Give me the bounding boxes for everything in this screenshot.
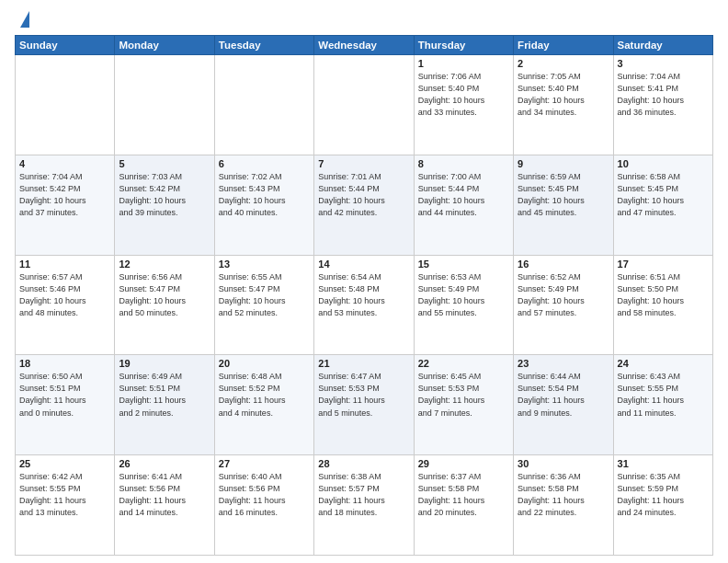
weekday-header-sunday: Sunday [16,36,115,55]
week-row-2: 4Sunrise: 7:04 AM Sunset: 5:42 PM Daylig… [16,155,713,255]
calendar-table: SundayMondayTuesdayWednesdayThursdayFrid… [15,35,713,556]
day-info: Sunrise: 6:45 AM Sunset: 5:53 PM Dayligh… [418,371,509,419]
calendar-cell: 10Sunrise: 6:58 AM Sunset: 5:45 PM Dayli… [613,155,712,255]
day-info: Sunrise: 6:35 AM Sunset: 5:59 PM Dayligh… [618,471,709,519]
day-number: 8 [418,158,509,169]
calendar-cell [214,55,313,155]
calendar-cell: 31Sunrise: 6:35 AM Sunset: 5:59 PM Dayli… [613,455,712,556]
day-number: 25 [19,458,110,469]
day-info: Sunrise: 6:42 AM Sunset: 5:55 PM Dayligh… [19,471,110,519]
calendar-cell: 19Sunrise: 6:49 AM Sunset: 5:51 PM Dayli… [115,355,214,455]
day-info: Sunrise: 6:41 AM Sunset: 5:56 PM Dayligh… [119,471,210,519]
weekday-header-saturday: Saturday [613,36,712,55]
calendar-cell: 2Sunrise: 7:05 AM Sunset: 5:40 PM Daylig… [514,55,613,155]
day-number: 26 [119,458,210,469]
day-info: Sunrise: 6:52 AM Sunset: 5:49 PM Dayligh… [518,271,609,319]
day-info: Sunrise: 6:38 AM Sunset: 5:57 PM Dayligh… [318,471,409,519]
calendar-cell: 18Sunrise: 6:50 AM Sunset: 5:51 PM Dayli… [16,355,115,455]
week-row-1: 1Sunrise: 7:06 AM Sunset: 5:40 PM Daylig… [16,55,713,155]
calendar-cell: 30Sunrise: 6:36 AM Sunset: 5:58 PM Dayli… [514,455,613,556]
weekday-header-friday: Friday [514,36,613,55]
day-number: 6 [219,158,310,169]
day-number: 24 [618,358,709,369]
day-info: Sunrise: 7:04 AM Sunset: 5:42 PM Dayligh… [19,171,110,219]
calendar-cell: 13Sunrise: 6:55 AM Sunset: 5:47 PM Dayli… [214,255,313,355]
day-number: 16 [518,259,609,270]
calendar-cell: 3Sunrise: 7:04 AM Sunset: 5:41 PM Daylig… [613,55,712,155]
day-info: Sunrise: 6:47 AM Sunset: 5:53 PM Dayligh… [318,371,409,419]
day-info: Sunrise: 6:40 AM Sunset: 5:56 PM Dayligh… [219,471,310,519]
calendar-cell: 17Sunrise: 6:51 AM Sunset: 5:50 PM Dayli… [613,255,712,355]
calendar-cell: 23Sunrise: 6:44 AM Sunset: 5:54 PM Dayli… [514,355,613,455]
day-number: 1 [418,58,509,69]
calendar-cell: 15Sunrise: 6:53 AM Sunset: 5:49 PM Dayli… [414,255,513,355]
day-info: Sunrise: 7:01 AM Sunset: 5:44 PM Dayligh… [318,171,409,219]
week-row-4: 18Sunrise: 6:50 AM Sunset: 5:51 PM Dayli… [16,355,713,455]
day-info: Sunrise: 6:53 AM Sunset: 5:49 PM Dayligh… [418,271,509,319]
calendar-cell: 7Sunrise: 7:01 AM Sunset: 5:44 PM Daylig… [314,155,414,255]
weekday-header-row: SundayMondayTuesdayWednesdayThursdayFrid… [16,36,713,55]
day-info: Sunrise: 6:58 AM Sunset: 5:45 PM Dayligh… [618,171,709,219]
day-number: 19 [119,358,210,369]
day-number: 11 [19,259,110,270]
day-info: Sunrise: 7:02 AM Sunset: 5:43 PM Dayligh… [219,171,310,219]
calendar-cell: 6Sunrise: 7:02 AM Sunset: 5:43 PM Daylig… [214,155,313,255]
day-number: 21 [318,358,409,369]
day-number: 5 [119,158,210,169]
day-info: Sunrise: 6:56 AM Sunset: 5:47 PM Dayligh… [119,271,210,319]
weekday-header-wednesday: Wednesday [314,36,414,55]
day-number: 14 [318,259,409,270]
day-info: Sunrise: 6:36 AM Sunset: 5:58 PM Dayligh… [518,471,609,519]
day-info: Sunrise: 6:44 AM Sunset: 5:54 PM Dayligh… [518,371,609,419]
day-info: Sunrise: 7:03 AM Sunset: 5:42 PM Dayligh… [119,171,210,219]
day-number: 3 [618,58,709,69]
day-info: Sunrise: 6:55 AM Sunset: 5:47 PM Dayligh… [219,271,310,319]
calendar-cell: 5Sunrise: 7:03 AM Sunset: 5:42 PM Daylig… [115,155,214,255]
day-number: 4 [19,158,110,169]
weekday-header-thursday: Thursday [414,36,513,55]
logo-triangle-icon [20,11,29,28]
day-number: 17 [618,259,709,270]
day-info: Sunrise: 6:50 AM Sunset: 5:51 PM Dayligh… [19,371,110,419]
day-info: Sunrise: 7:00 AM Sunset: 5:44 PM Dayligh… [418,171,509,219]
day-number: 15 [418,259,509,270]
day-info: Sunrise: 7:06 AM Sunset: 5:40 PM Dayligh… [418,71,509,119]
day-number: 23 [518,358,609,369]
day-info: Sunrise: 6:57 AM Sunset: 5:46 PM Dayligh… [19,271,110,319]
calendar-cell [16,55,115,155]
calendar-cell: 29Sunrise: 6:37 AM Sunset: 5:58 PM Dayli… [414,455,513,556]
weekday-header-monday: Monday [115,36,214,55]
calendar-cell: 22Sunrise: 6:45 AM Sunset: 5:53 PM Dayli… [414,355,513,455]
calendar-cell: 24Sunrise: 6:43 AM Sunset: 5:55 PM Dayli… [613,355,712,455]
day-number: 10 [618,158,709,169]
calendar-cell: 12Sunrise: 6:56 AM Sunset: 5:47 PM Dayli… [115,255,214,355]
day-info: Sunrise: 6:37 AM Sunset: 5:58 PM Dayligh… [418,471,509,519]
day-number: 18 [19,358,110,369]
day-info: Sunrise: 6:43 AM Sunset: 5:55 PM Dayligh… [618,371,709,419]
day-info: Sunrise: 6:48 AM Sunset: 5:52 PM Dayligh… [219,371,310,419]
calendar-cell: 4Sunrise: 7:04 AM Sunset: 5:42 PM Daylig… [16,155,115,255]
week-row-3: 11Sunrise: 6:57 AM Sunset: 5:46 PM Dayli… [16,255,713,355]
day-number: 2 [518,58,609,69]
day-number: 29 [418,458,509,469]
calendar-cell: 28Sunrise: 6:38 AM Sunset: 5:57 PM Dayli… [314,455,414,556]
day-info: Sunrise: 6:51 AM Sunset: 5:50 PM Dayligh… [618,271,709,319]
calendar-cell [115,55,214,155]
calendar-cell: 20Sunrise: 6:48 AM Sunset: 5:52 PM Dayli… [214,355,313,455]
week-row-5: 25Sunrise: 6:42 AM Sunset: 5:55 PM Dayli… [16,455,713,556]
day-number: 7 [318,158,409,169]
calendar-cell: 21Sunrise: 6:47 AM Sunset: 5:53 PM Dayli… [314,355,414,455]
day-info: Sunrise: 6:59 AM Sunset: 5:45 PM Dayligh… [518,171,609,219]
day-number: 31 [618,458,709,469]
day-number: 30 [518,458,609,469]
header [15,11,713,28]
calendar-cell: 27Sunrise: 6:40 AM Sunset: 5:56 PM Dayli… [214,455,313,556]
calendar-cell: 25Sunrise: 6:42 AM Sunset: 5:55 PM Dayli… [16,455,115,556]
calendar-cell: 16Sunrise: 6:52 AM Sunset: 5:49 PM Dayli… [514,255,613,355]
day-info: Sunrise: 7:04 AM Sunset: 5:41 PM Dayligh… [618,71,709,119]
day-info: Sunrise: 7:05 AM Sunset: 5:40 PM Dayligh… [518,71,609,119]
calendar-cell: 14Sunrise: 6:54 AM Sunset: 5:48 PM Dayli… [314,255,414,355]
day-number: 13 [219,259,310,270]
day-number: 20 [219,358,310,369]
day-number: 9 [518,158,609,169]
